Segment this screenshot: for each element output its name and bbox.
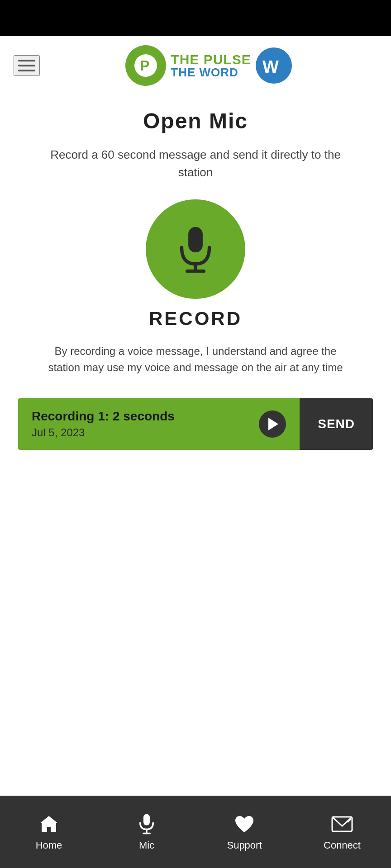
word-logo-circle: W [256,47,292,84]
pulse-logo-circle: P [125,45,166,86]
record-label: RECORD [149,308,242,330]
home-svg-icon [38,813,60,835]
svg-rect-3 [188,227,203,252]
recording-title: Recording 1: 2 seconds [32,409,250,424]
play-triangle-icon [268,418,278,430]
recording-text: Recording 1: 2 seconds Jul 5, 2023 [32,409,250,439]
connect-icon [330,812,354,836]
header: P THE PULSE THE WORD W [0,36,391,95]
record-button[interactable] [146,199,245,299]
microphone-icon [173,224,218,274]
word-w-icon: W [261,56,286,76]
recording-info: Recording 1: 2 seconds Jul 5, 2023 [18,398,300,450]
logo-container: P THE PULSE THE WORD W [125,45,291,86]
home-icon [37,812,61,836]
nav-label-home: Home [36,840,62,851]
send-button[interactable]: SEND [300,398,373,450]
status-bar [0,0,391,36]
recording-bar: Recording 1: 2 seconds Jul 5, 2023 SEND [18,398,373,450]
pulse-logo-letter: P [134,54,157,77]
recording-date: Jul 5, 2023 [32,426,250,439]
heart-svg-icon [234,813,255,835]
logo-text-area: THE PULSE THE WORD [171,53,251,78]
mic-nav-icon [135,812,158,836]
main-content: Open Mic Record a 60 second message and … [0,95,391,796]
nav-label-connect: Connect [324,840,361,851]
logo-area: P THE PULSE THE WORD W [40,45,377,86]
logo-pulse-text: THE PULSE [171,53,251,66]
nav-item-mic[interactable]: Mic [98,812,196,851]
heart-icon [233,812,256,836]
nav-label-mic: Mic [139,840,154,851]
nav-label-support: Support [227,840,262,851]
svg-text:P: P [140,57,149,74]
disclaimer-text: By recording a voice message, I understa… [42,343,349,376]
nav-item-connect[interactable]: Connect [293,812,391,851]
svg-rect-6 [143,814,150,826]
pulse-p-icon: P [134,54,157,77]
hamburger-menu-button[interactable] [14,55,40,76]
connect-svg-icon [331,813,353,835]
page-title: Open Mic [143,108,248,133]
nav-item-support[interactable]: Support [196,812,293,851]
play-button[interactable] [259,410,286,438]
page-description: Record a 60 second message and send it d… [42,146,349,181]
logo-word-text: THE WORD [171,66,251,78]
nav-item-home[interactable]: Home [0,812,98,851]
bottom-nav: Home Mic Support [0,796,391,868]
svg-text:W: W [262,57,279,76]
mic-nav-svg-icon [136,813,157,835]
